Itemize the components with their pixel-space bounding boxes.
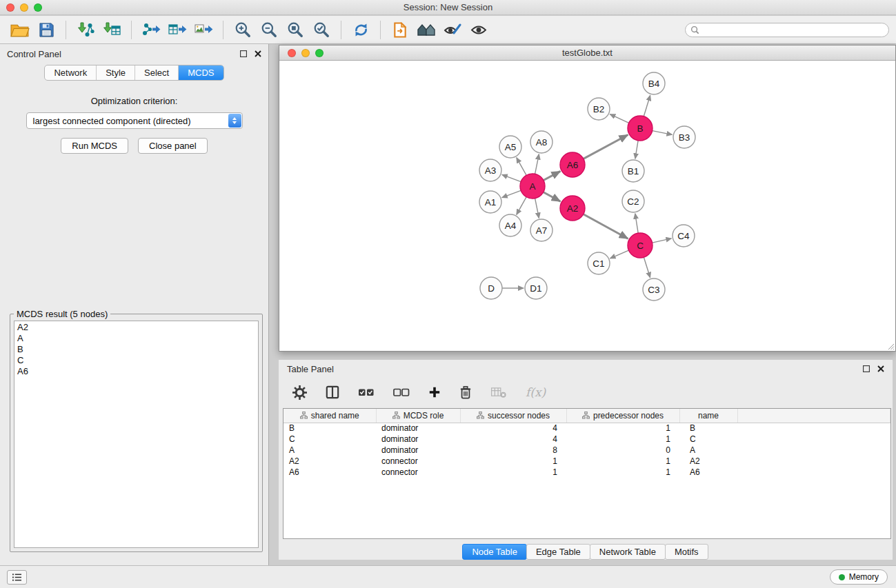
- network-node[interactable]: A: [520, 174, 545, 199]
- network-node[interactable]: D: [480, 277, 502, 299]
- show-graphics-details-icon[interactable]: [439, 18, 466, 41]
- mcds-result-item[interactable]: A6: [17, 366, 255, 377]
- network-node[interactable]: A2: [560, 196, 585, 221]
- deselect-all-icon[interactable]: [393, 387, 410, 398]
- network-edge[interactable]: [644, 95, 650, 116]
- mcds-result-item[interactable]: A2: [17, 322, 255, 333]
- table-cell[interactable]: C: [283, 434, 376, 445]
- open-folder-icon[interactable]: [7, 18, 33, 41]
- network-edge[interactable]: [610, 114, 628, 123]
- table-row[interactable]: Bdominator41B: [283, 423, 890, 434]
- network-node[interactable]: A4: [499, 214, 521, 236]
- network-edge[interactable]: [517, 197, 526, 215]
- table-cell[interactable]: 1: [566, 434, 679, 445]
- network-edge[interactable]: [610, 250, 629, 258]
- tab-network-table[interactable]: Network Table: [590, 544, 666, 560]
- network-edge[interactable]: [653, 239, 672, 243]
- network-edge[interactable]: [544, 192, 561, 202]
- float-panel-icon[interactable]: [240, 50, 247, 57]
- network-edge[interactable]: [644, 257, 650, 278]
- network-edge[interactable]: [584, 135, 628, 159]
- export-network-icon[interactable]: [138, 18, 164, 41]
- tab-mcds[interactable]: MCDS: [178, 65, 223, 80]
- column-header-mcds-role[interactable]: MCDS role: [376, 409, 460, 423]
- table-cell[interactable]: 0: [566, 445, 679, 456]
- table-cell[interactable]: dominator: [376, 434, 460, 445]
- table-cell[interactable]: 1: [566, 456, 679, 467]
- export-image-icon[interactable]: [190, 18, 217, 41]
- mcds-result-item[interactable]: C: [17, 355, 255, 366]
- tab-edge-table[interactable]: Edge Table: [526, 544, 590, 560]
- close-table-panel-icon[interactable]: [877, 365, 884, 372]
- zoom-window-button[interactable]: [34, 3, 42, 12]
- column-header-successor-nodes[interactable]: successor nodes: [460, 409, 566, 423]
- network-zoom-button[interactable]: [315, 49, 323, 57]
- table-cell[interactable]: dominator: [376, 445, 460, 456]
- network-edge[interactable]: [535, 154, 539, 174]
- close-panel-button[interactable]: Close panel: [138, 138, 208, 154]
- search-field[interactable]: [685, 23, 889, 37]
- network-node[interactable]: A1: [479, 191, 501, 213]
- optimization-criterion-dropdown[interactable]: largest connected component (directed): [26, 112, 243, 129]
- export-table-icon[interactable]: [164, 18, 190, 41]
- network-node[interactable]: B4: [643, 72, 665, 94]
- table-header-row[interactable]: shared name MCDS role successor nodes pr…: [283, 409, 890, 423]
- refresh-icon[interactable]: [348, 18, 374, 41]
- import-network-icon[interactable]: [72, 18, 99, 41]
- network-minimize-button[interactable]: [301, 49, 310, 57]
- network-edge[interactable]: [653, 131, 673, 135]
- mcds-result-item[interactable]: B: [17, 344, 255, 355]
- table-cell[interactable]: dominator: [376, 423, 460, 434]
- resize-grip-icon[interactable]: [886, 342, 895, 350]
- network-edge[interactable]: [635, 214, 638, 233]
- import-table-icon[interactable]: [99, 18, 125, 41]
- tab-motifs[interactable]: Motifs: [665, 544, 708, 560]
- network-node[interactable]: B: [628, 116, 653, 141]
- mcds-result-item[interactable]: A: [17, 333, 255, 344]
- add-column-icon[interactable]: [428, 386, 441, 398]
- network-node[interactable]: A7: [530, 219, 552, 241]
- network-close-button[interactable]: [288, 49, 296, 57]
- delete-column-trash-icon[interactable]: [459, 385, 472, 399]
- zoom-in-icon[interactable]: [230, 18, 256, 41]
- network-edge[interactable]: [517, 158, 526, 176]
- home-network-icon[interactable]: [413, 18, 439, 41]
- network-canvas[interactable]: B4B2BB3B1A5A8A6A3AA1C2A2A4A7C4CC1C3DD1: [279, 61, 895, 351]
- network-window-titlebar[interactable]: testGlobe.txt: [279, 45, 895, 61]
- save-session-icon[interactable]: [33, 18, 59, 41]
- open-session-file-icon[interactable]: [387, 18, 413, 41]
- node-table[interactable]: shared name MCDS role successor nodes pr…: [283, 408, 891, 539]
- tab-style[interactable]: Style: [96, 65, 135, 80]
- table-cell[interactable]: 1: [460, 456, 566, 467]
- network-node[interactable]: D1: [525, 277, 547, 299]
- table-row[interactable]: A6connector11A6: [283, 467, 890, 478]
- network-edge[interactable]: [635, 141, 638, 159]
- network-node[interactable]: A8: [530, 131, 552, 153]
- network-node[interactable]: C4: [673, 225, 695, 247]
- table-settings-gear-icon[interactable]: [292, 385, 307, 400]
- network-node[interactable]: B1: [622, 160, 644, 182]
- minimize-window-button[interactable]: [20, 3, 28, 12]
- table-cell[interactable]: 4: [460, 423, 566, 434]
- table-cell[interactable]: A: [283, 445, 376, 456]
- network-edge[interactable]: [502, 174, 521, 181]
- close-panel-icon[interactable]: [255, 50, 261, 57]
- table-cell[interactable]: B: [679, 423, 737, 434]
- column-header-predecessor-nodes[interactable]: predecessor nodes: [566, 409, 679, 423]
- table-row[interactable]: Cdominator41C: [283, 434, 890, 445]
- table-cell[interactable]: 8: [460, 445, 566, 456]
- select-all-icon[interactable]: [358, 387, 375, 398]
- table-cell[interactable]: C: [679, 434, 737, 445]
- network-node[interactable]: C1: [588, 252, 610, 274]
- show-hide-details-icon[interactable]: [466, 18, 492, 41]
- table-cell[interactable]: connector: [376, 456, 460, 467]
- network-edge[interactable]: [535, 199, 539, 219]
- network-edge[interactable]: [584, 214, 628, 239]
- table-cell[interactable]: 1: [566, 467, 679, 478]
- task-history-button[interactable]: [7, 570, 27, 585]
- show-columns-icon[interactable]: [326, 385, 339, 399]
- table-row[interactable]: A2connector11A2: [283, 456, 890, 467]
- column-header-shared-name[interactable]: shared name: [283, 409, 376, 423]
- tab-network[interactable]: Network: [45, 65, 96, 80]
- close-window-button[interactable]: [6, 3, 14, 12]
